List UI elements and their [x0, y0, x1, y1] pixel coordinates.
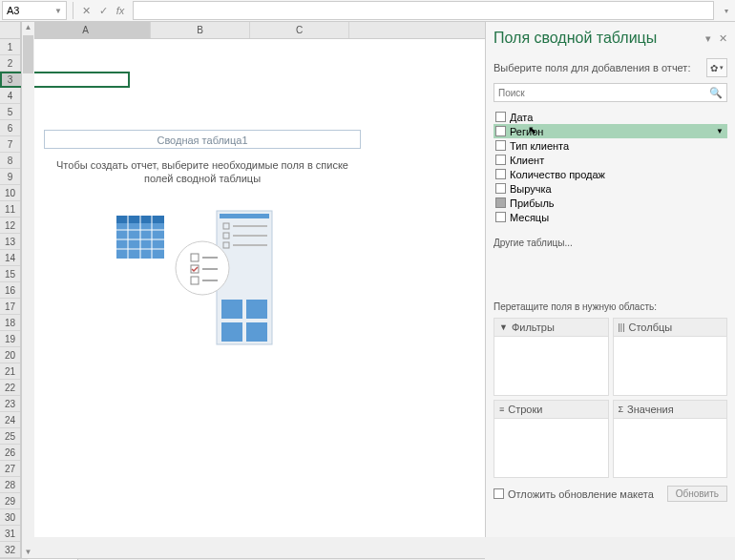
scroll-up-icon[interactable]: ▲ — [22, 22, 34, 33]
field-checkbox[interactable] — [495, 169, 506, 179]
field-prompt-text: Выберите поля для добавления в отчет: — [494, 62, 690, 73]
field-checkbox[interactable] — [495, 212, 506, 222]
field-list: ДатаРегион⬉▼Тип клиентаКлиентКоличество … — [494, 110, 727, 224]
name-box[interactable]: A3 ▼ — [2, 1, 67, 20]
columns-icon: ||| — [619, 322, 625, 332]
field-item[interactable]: Клиент — [494, 153, 727, 167]
field-label: Регион — [510, 126, 543, 137]
values-icon: Σ — [619, 404, 624, 414]
values-area[interactable]: ΣЗначения — [613, 400, 728, 478]
name-box-dropdown-icon[interactable]: ▼ — [54, 7, 62, 15]
filter-icon: ▼ — [499, 322, 508, 332]
fx-button[interactable]: fx — [112, 2, 129, 19]
cancel-formula-button: ✕ — [77, 2, 94, 19]
selected-cell[interactable] — [0, 72, 130, 88]
defer-layout-checkbox[interactable]: Отложить обновление макета — [494, 488, 654, 500]
pivot-table-placeholder[interactable]: Сводная таблица1 Чтобы создать отчет, вы… — [44, 130, 361, 349]
drop-areas: ▼Фильтры |||Столбцы ≡Строки ΣЗначения — [494, 318, 727, 478]
svg-rect-19 — [246, 322, 267, 342]
pivot-fields-panel: Поля сводной таблицы ▾ ✕ Выберите поля д… — [485, 22, 735, 537]
field-item[interactable]: Выручка — [494, 181, 727, 196]
rows-area[interactable]: ≡Строки — [494, 400, 609, 478]
field-label: Дата — [510, 112, 533, 123]
field-label: Количество продаж — [510, 169, 605, 180]
layout-options-button[interactable]: ✿▾ — [706, 58, 727, 77]
field-checkbox[interactable] — [495, 112, 506, 122]
filters-area[interactable]: ▼Фильтры — [494, 318, 609, 396]
field-search-input[interactable] — [498, 88, 709, 98]
formula-expand-icon[interactable]: ▾ — [718, 7, 735, 15]
pivot-placeholder-text: Чтобы создать отчет, выберите необходимы… — [44, 158, 361, 185]
columns-area[interactable]: |||Столбцы — [613, 318, 728, 396]
field-checkbox[interactable] — [495, 140, 506, 151]
vertical-scrollbar[interactable]: ▲ ▼ — [21, 22, 34, 558]
field-item[interactable]: Количество продаж — [494, 167, 727, 181]
separator — [73, 2, 74, 19]
confirm-formula-button: ✓ — [94, 2, 112, 19]
formula-bar: A3 ▼ ✕ ✓ fx ▾ — [0, 0, 735, 22]
field-checkbox[interactable] — [495, 155, 506, 165]
pivot-placeholder-graphic — [44, 206, 361, 349]
field-item[interactable]: Тип клиента — [494, 138, 727, 153]
drag-prompt: Перетащите поля в нужную область: — [494, 301, 727, 312]
mouse-cursor-icon: ⬉ — [528, 124, 536, 136]
field-item[interactable]: Дата — [494, 110, 727, 124]
checkbox-icon[interactable] — [494, 488, 504, 499]
field-label: Месяцы — [510, 212, 549, 223]
column-header-c[interactable]: C — [250, 22, 349, 38]
scroll-thumb[interactable] — [23, 35, 33, 73]
svg-rect-9 — [220, 214, 269, 218]
svg-rect-18 — [221, 322, 242, 342]
update-button[interactable]: Обновить — [667, 486, 727, 502]
grid-cells[interactable]: Сводная таблица1 Чтобы создать отчет, вы… — [0, 39, 485, 558]
column-header-b[interactable]: B — [151, 22, 250, 38]
field-checkbox[interactable] — [495, 183, 506, 194]
name-box-value: A3 — [7, 5, 19, 16]
svg-rect-17 — [246, 300, 267, 319]
panel-close-icon[interactable]: ✕ — [719, 32, 727, 45]
select-all-corner[interactable] — [0, 22, 21, 39]
pivot-placeholder-title: Сводная таблица1 — [44, 130, 361, 149]
search-icon[interactable]: 🔍 — [709, 87, 723, 99]
column-headers: A B C — [21, 22, 485, 39]
field-label: Выручка — [510, 183, 552, 195]
panel-options-icon[interactable]: ▾ — [705, 32, 711, 45]
field-item[interactable]: Прибыль — [494, 196, 727, 210]
field-label: Клиент — [510, 155, 544, 166]
column-header-a[interactable]: A — [21, 22, 151, 38]
field-checkbox[interactable] — [495, 197, 506, 208]
field-search-box[interactable]: 🔍 — [494, 83, 727, 102]
field-item[interactable]: Месяцы — [494, 210, 727, 224]
other-tables-link[interactable]: Другие таблицы... — [494, 238, 727, 248]
field-label: Прибыль — [510, 197, 555, 209]
scroll-down-icon[interactable]: ▼ — [22, 547, 34, 558]
worksheet-area: A B C 1 2 3 4 5 6 7 8 9 10 11 12 13 14 1… — [0, 22, 485, 537]
field-dropdown-icon[interactable]: ▼ — [716, 127, 724, 135]
field-checkbox[interactable] — [495, 126, 506, 136]
field-label: Тип клиента — [510, 140, 569, 152]
panel-title: Поля сводной таблицы — [494, 30, 657, 47]
svg-rect-16 — [221, 300, 242, 319]
formula-input[interactable] — [133, 1, 714, 20]
field-item[interactable]: Регион⬉▼ — [494, 124, 727, 138]
rows-icon: ≡ — [499, 404, 504, 414]
